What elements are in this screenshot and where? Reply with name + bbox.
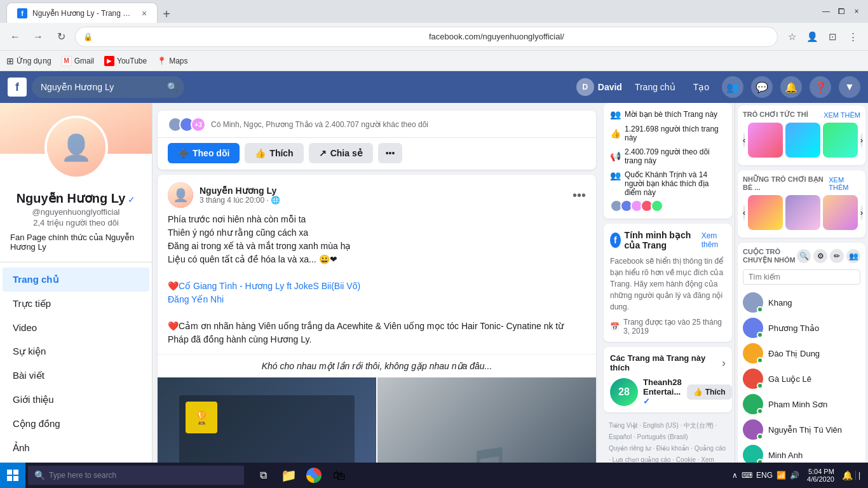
bookmark-gmail[interactable]: M Gmail xyxy=(62,56,94,66)
taskbar-lang: ENG xyxy=(756,471,773,480)
fb-dropdown-icon[interactable]: ▼ xyxy=(839,76,860,98)
tab-close-button[interactable]: × xyxy=(142,8,147,18)
taskbar-task-view[interactable]: ⧉ xyxy=(252,464,275,487)
browser-tab[interactable]: f Nguyễn Hương Ly - Trang chủ × xyxy=(6,3,158,23)
post-author-name[interactable]: Nguyễn Hương Ly xyxy=(200,186,566,196)
theanh28-verified: ✓ xyxy=(643,396,650,406)
close-window-button[interactable]: × xyxy=(851,6,862,17)
fb-nav-trang-chu[interactable]: Trang chủ xyxy=(630,79,681,95)
footer-chinese[interactable]: 中文(台灣) xyxy=(684,422,714,429)
address-bar[interactable]: 🔒 facebook.com/nguyenhuonglyofficial/ xyxy=(75,27,778,47)
fb-help-icon[interactable]: ❓ xyxy=(810,76,831,98)
taskbar-clock[interactable]: 5:04 PM 4/6/2020 xyxy=(802,468,839,483)
minimize-button[interactable]: — xyxy=(821,6,831,17)
post-more-button[interactable]: ••• xyxy=(573,189,586,201)
post-link-1[interactable]: ❤️Cố Giang Tình - Hương Ly ft JokeS Bii(… xyxy=(168,280,586,293)
bookmark-icon[interactable]: ☆ xyxy=(783,28,801,46)
taskbar-search-bar[interactable]: 🔍 Type here to search xyxy=(28,466,244,485)
thich-button[interactable]: 👍 Thích xyxy=(245,143,303,163)
refresh-button[interactable]: ↻ xyxy=(52,28,70,46)
games-prev-button[interactable]: ‹ xyxy=(743,133,745,148)
fb-messages-icon[interactable]: 💬 xyxy=(751,76,773,98)
fb-friends-icon[interactable]: 👥 xyxy=(722,76,743,98)
friend-item-ga-luoc-le[interactable]: Gà Luộc Lê xyxy=(743,366,860,391)
fb-nav-tao[interactable]: Tạo xyxy=(688,79,714,95)
taskbar-show-desktop[interactable]: | xyxy=(855,471,863,480)
pages-like-arrow[interactable]: › xyxy=(722,356,726,370)
footer-tieng-viet[interactable]: Tiếng Việt xyxy=(609,422,637,429)
sidebar-item-cong-dong[interactable]: Cộng đồng xyxy=(3,412,149,436)
games-prev-button-2[interactable]: ‹ xyxy=(743,205,745,220)
taskbar-store[interactable]: 🛍 xyxy=(328,464,351,487)
browser-menu-button[interactable]: ⋮ xyxy=(844,28,862,46)
maximize-button[interactable]: ⧠ xyxy=(836,6,846,17)
friends-search-btn[interactable]: 🔍 xyxy=(797,249,811,263)
footer-espanol[interactable]: Español xyxy=(609,433,632,440)
footer-cookie[interactable]: Cookie xyxy=(676,456,696,463)
friends-add-btn[interactable]: 👥 xyxy=(846,249,860,263)
bookmark-apps[interactable]: ⊞ Ứng dụng xyxy=(6,56,51,66)
fb-user-link[interactable]: D David xyxy=(576,78,622,96)
facebook-search-input[interactable] xyxy=(32,76,184,98)
theanh28-like-button[interactable]: 👍 Thích xyxy=(687,384,732,400)
friends-compose-btn[interactable]: ✏ xyxy=(830,249,844,263)
sidebar-item-video[interactable]: Video xyxy=(3,316,149,339)
friend-avatar-minh-anh xyxy=(743,445,763,463)
friend-item-minh-anh[interactable]: Minh Anh xyxy=(743,442,860,463)
video-left[interactable]: 🏆 🎸 xyxy=(158,377,377,463)
game-thumb-1[interactable] xyxy=(748,123,783,158)
friend-search-input[interactable] xyxy=(743,269,860,285)
taskbar-up-arrow[interactable]: ∧ xyxy=(732,471,738,480)
game-thumb-3[interactable] xyxy=(823,123,858,158)
sidebar-item-bai-viet[interactable]: Bài viết xyxy=(3,363,149,388)
footer-portugues[interactable]: Português (Brasil) xyxy=(637,433,688,440)
extensions-button[interactable]: ⊡ xyxy=(824,28,841,46)
taskbar-notification-bell[interactable]: 🔔 xyxy=(842,470,853,480)
invite-friends-item[interactable]: 👥 Mời bạn bè thích Trang này xyxy=(610,109,726,119)
footer-english[interactable]: English (US) xyxy=(643,422,679,429)
new-tab-button[interactable]: + xyxy=(158,5,175,23)
friend-item-tu-vien[interactable]: Nguyễn Thị Tú Viên xyxy=(743,417,860,442)
sidebar-item-trang-chu[interactable]: Trang chủ xyxy=(3,268,149,292)
chia-se-button[interactable]: ↗ Chia sẻ xyxy=(309,143,373,163)
post-video-container[interactable]: Khó cho nhau một lần rồi thôi, không gặp… xyxy=(158,354,596,463)
bookmark-maps[interactable]: 📍 Maps xyxy=(157,57,187,65)
game-thumb-6[interactable] xyxy=(823,195,858,230)
game-thumb-4[interactable] xyxy=(748,195,783,230)
games-next-button-2[interactable]: › xyxy=(860,205,863,220)
post-line-1: Phía trước nơi hiên nhà còn mỗi ta xyxy=(168,213,586,226)
sidebar-item-gioi-thieu[interactable]: Giới thiệu xyxy=(3,388,149,412)
games-xem-them-1[interactable]: XEM THÊM xyxy=(824,111,860,119)
footer-ads[interactable]: Quảng cáo xyxy=(695,445,726,452)
back-button[interactable]: ← xyxy=(6,28,24,46)
friend-item-khang[interactable]: Khang xyxy=(743,290,860,315)
footer-ad-choices[interactable]: Lựa chọn quảng cáo xyxy=(613,456,671,463)
sidebar-item-truc-tiep[interactable]: Trực tiếp xyxy=(3,292,149,316)
taskbar-search-text: Type here to search xyxy=(49,471,116,480)
friend-item-phuong-thao[interactable]: Phương Thảo xyxy=(743,315,860,341)
forward-button[interactable]: → xyxy=(29,28,47,46)
transparency-xem-them[interactable]: Xem thêm xyxy=(702,231,726,249)
footer-privacy[interactable]: Quyền riêng tư xyxy=(609,445,651,452)
friend-item-pham-minh-son[interactable]: Pham Minh Sơn xyxy=(743,391,860,417)
game-thumb-2[interactable] xyxy=(785,123,820,158)
profile-button[interactable]: 👤 xyxy=(803,28,821,46)
sidebar-item-anh[interactable]: Ảnh xyxy=(3,436,149,460)
game-thumb-5[interactable] xyxy=(785,195,820,230)
video-right[interactable]: 🎵 xyxy=(377,377,596,463)
friends-settings-btn[interactable]: ⚙ xyxy=(813,249,827,263)
fb-notifications-icon[interactable]: 🔔 xyxy=(780,76,802,98)
games-xem-them-2[interactable]: XEM THÊM xyxy=(829,176,860,191)
start-button[interactable] xyxy=(0,463,25,488)
sidebar-item-su-kien[interactable]: Sự kiện xyxy=(3,339,149,363)
play-button-overlay[interactable]: ▶ xyxy=(358,455,396,463)
post-link-2[interactable]: Đăng Yến Nhi xyxy=(168,293,586,306)
theo-doi-button[interactable]: ➕ Theo dõi xyxy=(168,143,240,163)
bookmark-youtube[interactable]: ▶ YouTube xyxy=(104,56,147,66)
friend-item-dao-thi-dung[interactable]: Đào Thị Dung xyxy=(743,341,860,366)
more-options-button[interactable]: ••• xyxy=(378,143,403,163)
taskbar-chrome[interactable] xyxy=(302,464,325,487)
footer-terms[interactable]: Điều khoản xyxy=(656,445,689,452)
taskbar-file-explorer[interactable]: 📁 xyxy=(277,464,300,487)
games-next-button[interactable]: › xyxy=(860,133,863,148)
